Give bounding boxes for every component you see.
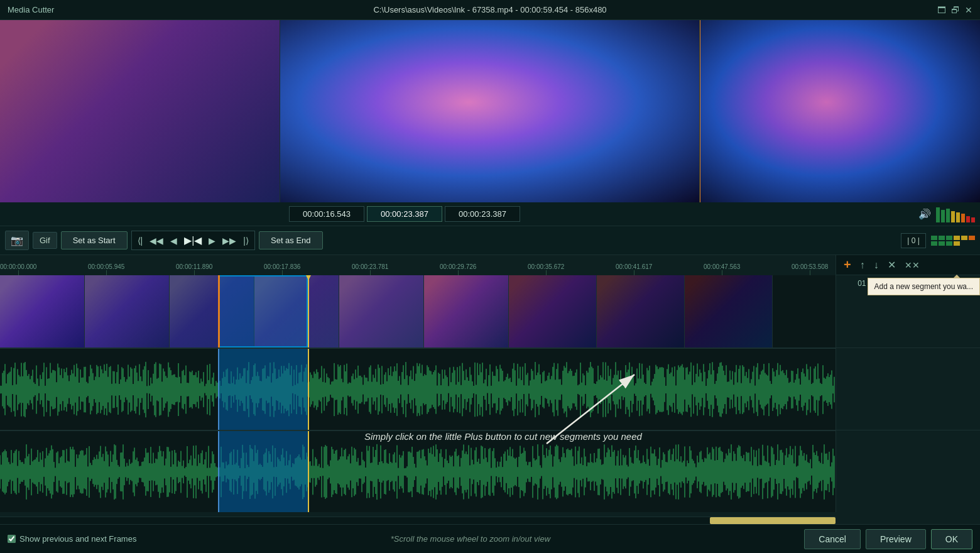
cancel-button[interactable]: Cancel xyxy=(804,529,861,549)
level-meter-bars xyxy=(936,205,975,222)
app-title: Media Cutter xyxy=(8,5,54,14)
titlebar: Media Cutter C:\Users\asus\Videos\Ink - … xyxy=(0,0,980,20)
bottom-buttons: Cancel Preview OK xyxy=(804,529,972,549)
show-frames-wrap: Show previous and next Frames xyxy=(8,534,136,544)
nav-go-end[interactable]: |⟩ xyxy=(240,234,252,247)
meter-bar-3 xyxy=(946,209,950,222)
close-btn[interactable]: ✕ xyxy=(965,5,972,15)
delete-segment-button[interactable]: ✕ xyxy=(884,257,900,273)
meter-bar-7 xyxy=(966,216,970,222)
ok-button[interactable]: OK xyxy=(931,529,972,549)
ruler-tick-3: 00:00:17.836 xyxy=(264,263,300,275)
thumb-item-0 xyxy=(685,275,773,348)
l7 xyxy=(931,241,937,246)
thumb-item-7 xyxy=(85,275,170,348)
ruler-tick-4: 00:00:23.781 xyxy=(352,263,388,275)
thumb-item-8 xyxy=(0,275,85,348)
bottom-bar: Show previous and next Frames *Scroll th… xyxy=(0,524,980,553)
time-field-left[interactable] xyxy=(289,206,364,222)
ruler-row: 00:00:00.00000:00:05.94500:00:11.89000:0… xyxy=(0,255,980,275)
move-segment-up-button[interactable]: ↑ xyxy=(856,258,869,273)
screenshot-button[interactable]: 📷 xyxy=(5,231,29,250)
preview-area xyxy=(0,20,980,202)
add-segment-button[interactable]: + xyxy=(840,256,855,274)
waveform-playhead-1 xyxy=(308,349,309,430)
video-thumb-left xyxy=(0,20,280,202)
nav-button-group: ⟨| ◀◀ ◀ ▶|◀ ▶ ▶▶ |⟩ xyxy=(131,231,255,250)
waveform-right-2 xyxy=(836,430,980,512)
content-row: 01 16.543 23.387 xyxy=(0,275,980,348)
add-segment-tooltip: Add a new segment you wa... xyxy=(868,278,980,295)
ruler-tick-7: 00:00:41.617 xyxy=(616,263,652,275)
nav-forward[interactable]: ▶ xyxy=(205,234,219,247)
ruler-tick-0: 00:00:00.000 xyxy=(0,263,36,275)
window-controls: 🗖 🗗 ✕ xyxy=(937,5,972,15)
nav-back-fast[interactable]: ◀◀ xyxy=(146,234,166,247)
video-thumb-right xyxy=(700,20,980,202)
set-start-button[interactable]: Set as Start xyxy=(61,231,128,249)
video-thumb-center xyxy=(280,20,699,202)
l8 xyxy=(939,241,945,246)
set-end-button[interactable]: Set as End xyxy=(259,231,323,249)
meter-bar-1 xyxy=(936,207,940,222)
ruler-tick-6: 00:00:35.672 xyxy=(528,263,564,275)
nav-forward-fast[interactable]: ▶▶ xyxy=(219,234,239,247)
l10 xyxy=(954,241,960,246)
meter-bar-4 xyxy=(951,211,955,222)
waveform-1 xyxy=(0,348,836,430)
preview-left xyxy=(0,20,280,202)
level-meters: 🔊 xyxy=(918,205,975,222)
timeline-main: 00:00:00.00000:00:05.94500:00:11.89000:0… xyxy=(0,255,980,525)
time-field-right[interactable] xyxy=(445,206,520,222)
waveform-canvas-1 xyxy=(0,349,836,430)
l3 xyxy=(946,236,952,240)
file-title: C:\Users\asus\Videos\Ink - 67358.mp4 - 0… xyxy=(373,5,606,14)
show-frames-checkbox[interactable] xyxy=(8,535,16,543)
meter-bar-2 xyxy=(941,210,945,222)
l1 xyxy=(931,236,937,240)
waveform-selection-2 xyxy=(218,431,308,512)
time-field-center[interactable] xyxy=(367,206,442,222)
preview-button[interactable]: Preview xyxy=(866,529,926,549)
waveform-playhead-2 xyxy=(308,431,309,512)
show-frames-label: Show previous and next Frames xyxy=(19,534,136,544)
ruler-tick-8: 00:00:47.563 xyxy=(704,263,740,275)
ruler-tick-2: 00:00:11.890 xyxy=(176,263,212,275)
delete-all-segments-button[interactable]: ✕✕ xyxy=(901,258,923,272)
minimize-btn[interactable]: 🗖 xyxy=(937,5,946,15)
thumb-item-4 xyxy=(339,275,424,348)
preview-center xyxy=(280,20,700,202)
waveform-row-2 xyxy=(0,430,980,512)
nav-back[interactable]: ◀ xyxy=(167,234,180,247)
ruler-tick-9: 00:00:53.508 xyxy=(792,263,828,275)
selection-highlight xyxy=(218,275,308,348)
l5 xyxy=(961,236,967,240)
start-marker[interactable] xyxy=(218,275,220,348)
gif-button[interactable]: Gif xyxy=(33,232,57,249)
scroll-hint: *Scroll the mouse wheel to zoom in/out v… xyxy=(391,534,550,544)
scrollbar-thumb[interactable] xyxy=(710,517,836,524)
meter-bar-8 xyxy=(971,217,975,222)
nav-play[interactable]: ▶|◀ xyxy=(181,233,205,248)
thumb-item-2 xyxy=(509,275,597,348)
playhead[interactable] xyxy=(308,275,309,348)
controls-row: 📷 Gif Set as Start ⟨| ◀◀ ◀ ▶|◀ ▶ ▶▶ |⟩ S… xyxy=(0,226,980,255)
meter-bar-5 xyxy=(956,212,960,222)
waveform-2 xyxy=(0,430,836,512)
meter-bar-6 xyxy=(961,214,965,222)
restore-btn[interactable]: 🗗 xyxy=(951,5,960,15)
frame-counter: | 0 | xyxy=(901,233,926,248)
level-display-right xyxy=(931,236,975,246)
volume-icon: 🔊 xyxy=(918,208,931,220)
segment-panel-header: + ↑ ↓ ✕ ✕✕ Add a new segment you wa... xyxy=(836,255,980,275)
l2 xyxy=(939,236,945,240)
l4 xyxy=(954,236,960,240)
waveform-canvas-2 xyxy=(0,431,836,512)
nav-go-start[interactable]: ⟨| xyxy=(134,234,146,247)
thumb-item-1 xyxy=(597,275,685,348)
thumb-item-3 xyxy=(424,275,509,348)
move-segment-down-button[interactable]: ↓ xyxy=(870,258,883,273)
horizontal-scrollbar[interactable] xyxy=(0,517,836,524)
l6 xyxy=(969,236,975,240)
waveform-row-1 xyxy=(0,348,980,430)
